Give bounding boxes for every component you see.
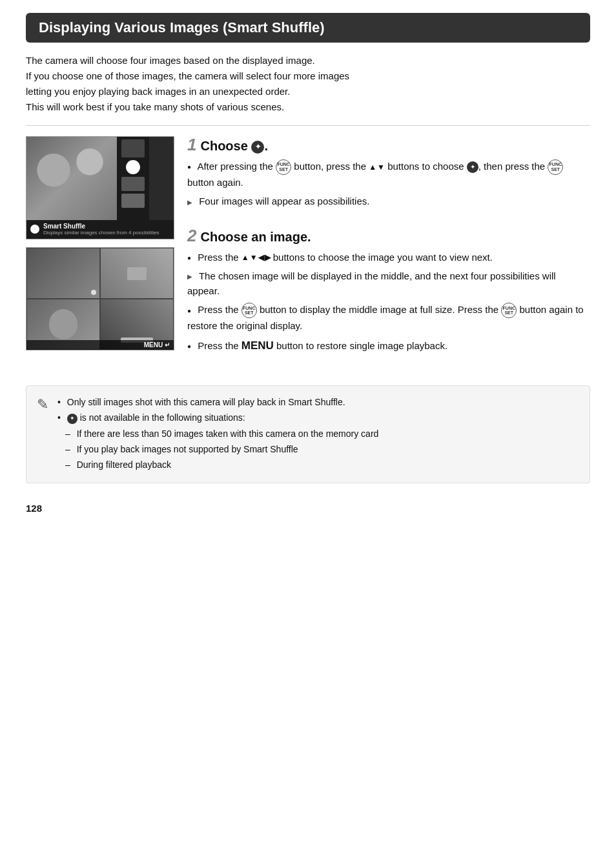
step-1-number: 1 [187, 136, 196, 153]
func-label-bot-2: SET [551, 167, 560, 172]
func-label-bot-4: SET [504, 310, 513, 316]
cam1-sub-label: Displays similar images chosen from 4 po… [43, 230, 159, 236]
func-btn-2-label: FUNCSET [549, 162, 562, 172]
step-2-title: Choose an image. [200, 230, 311, 245]
func-label-top: FUNC [277, 162, 289, 167]
func-btn-3: FUNCSET [241, 303, 257, 318]
func-btn-4-label: FUNCSET [503, 306, 515, 316]
func-label-top-4: FUNC [503, 306, 515, 311]
func-btn-2: FUNCSET [548, 159, 563, 175]
page-header: Displaying Various Images (Smart Shuffle… [26, 13, 590, 43]
note-item-5: During filtered playback [57, 458, 579, 472]
intro-text: The camera will choose four images based… [26, 53, 590, 126]
notes-list: Only still images shot with this camera … [57, 395, 579, 472]
smart-shuffle-title-icon: ✦ [251, 141, 264, 154]
step-2-bullet-2: The chosen image will be displayed in th… [187, 268, 590, 299]
cam1-bottom: Smart Shuffle Displays similar images ch… [26, 220, 174, 239]
step-2-bullet-1: Press the ▲▼◀▶ buttons to choose the ima… [187, 250, 590, 265]
smart-shuffle-icon-cam1 [30, 225, 39, 234]
arrow-left-2: ◀ [258, 252, 264, 264]
step-2: 2 Choose an image. Press the ▲▼◀▶ button… [187, 227, 590, 354]
func-label-bot: SET [279, 167, 288, 172]
step-1-title: Choose ✦. [200, 139, 267, 154]
arrow-right-2: ▶ [265, 252, 271, 264]
main-content: Smart Shuffle Displays similar images ch… [26, 136, 590, 372]
cam1-main-photo [26, 137, 117, 220]
arrow-keys-2: ▲▼◀▶ [241, 252, 271, 264]
step-1-bullet-2: Four images will appear as possibilities… [187, 194, 590, 208]
pencil-icon: ✎ [37, 396, 48, 474]
cam2-cell-2 [100, 248, 174, 299]
note-item-1: Only still images shot with this camera … [57, 395, 579, 409]
note-item-3: If there are less than 50 images taken w… [57, 427, 579, 441]
note-item-2: ✦ is not available in the following situ… [57, 410, 579, 425]
step-1: 1 Choose ✦. After pressing the FUNCSET b… [187, 136, 590, 209]
arrow-keys-1: ▲▼ [369, 161, 385, 174]
cam1-icon-3 [121, 177, 145, 191]
cam1-top [26, 137, 174, 220]
step-2-bullet-3: Press the FUNCSET button to display the … [187, 302, 590, 333]
camera-screen-1: Smart Shuffle Displays similar images ch… [26, 136, 174, 239]
step-1-bullet-1: After pressing the FUNCSET button, press… [187, 159, 590, 190]
arrow-down-2: ▼ [250, 252, 258, 264]
cam2-menu-bar: MENU ↵ [26, 340, 174, 350]
step-2-header: 2 Choose an image. [187, 227, 590, 245]
cam1-text-block: Smart Shuffle Displays similar images ch… [43, 223, 159, 236]
menu-text-label: MENU [241, 339, 274, 352]
func-btn-4: FUNCSET [501, 303, 517, 318]
smart-shuffle-note-icon: ✦ [67, 414, 77, 424]
step-1-bullets: After pressing the FUNCSET button, press… [187, 159, 590, 209]
page-number: 128 [26, 503, 590, 514]
camera-screen-2: MENU ↵ [26, 247, 174, 350]
images-column: Smart Shuffle Displays similar images ch… [26, 136, 174, 372]
notes-section: ✎ Only still images shot with this camer… [26, 385, 590, 483]
steps-column: 1 Choose ✦. After pressing the FUNCSET b… [187, 136, 590, 372]
notes-content: Only still images shot with this camera … [57, 395, 579, 474]
func-label-top-3: FUNC [243, 306, 255, 311]
arrow-down: ▼ [377, 161, 385, 174]
func-label-bot-3: SET [245, 310, 254, 316]
arrow-up-2: ▲ [241, 252, 249, 264]
cam1-icon-2 [126, 160, 140, 174]
func-label-top-2: FUNC [549, 162, 562, 167]
step-2-bullet-4: Press the MENU button to restore single … [187, 338, 590, 354]
func-btn-3-label: FUNCSET [243, 306, 255, 316]
cam1-icon-4 [121, 194, 145, 208]
cam1-menu-label: Smart Shuffle [43, 223, 159, 230]
func-btn-1-label: FUNCSET [277, 162, 289, 172]
func-btn-1: FUNCSET [276, 159, 291, 175]
cam2-cell-1 [26, 248, 100, 299]
arrow-up: ▲ [369, 161, 376, 174]
step-1-header: 1 Choose ✦. [187, 136, 590, 154]
step-2-number: 2 [187, 227, 196, 244]
note-item-4: If you play back images not supported by… [57, 442, 579, 456]
smart-shuffle-inline-1: ✦ [467, 161, 478, 173]
cam1-icon-1 [121, 139, 145, 157]
step-2-bullets: Press the ▲▼◀▶ buttons to choose the ima… [187, 250, 590, 354]
cam1-sidebar [117, 137, 149, 220]
